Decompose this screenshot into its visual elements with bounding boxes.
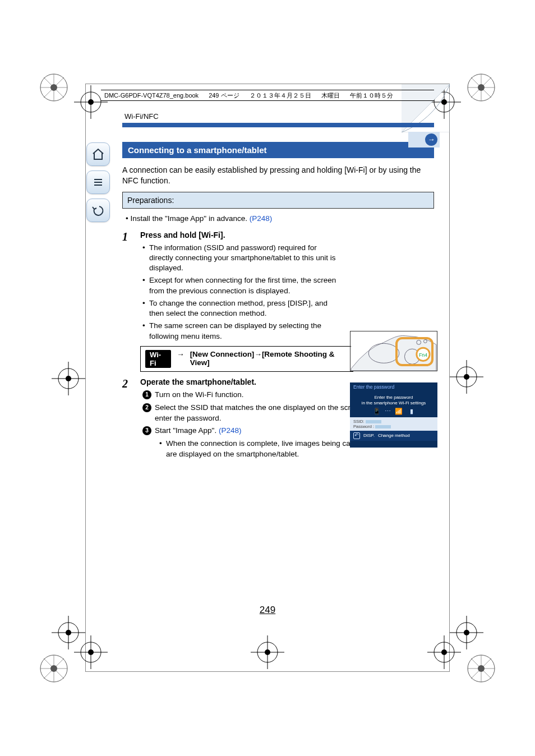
running-time: 午前１０時５分 xyxy=(350,91,393,100)
list-icon xyxy=(91,176,105,189)
item-text: Turn on the Wi-Fi function. xyxy=(155,390,244,399)
step-number: 2 xyxy=(122,377,132,462)
redacted-value xyxy=(366,420,381,423)
wifi-badge: Wi-Fi xyxy=(145,350,171,368)
section-divider xyxy=(122,123,434,127)
running-date: ２０１３年４月２５日 xyxy=(250,91,311,100)
bullet-text: The same screen can be displayed by sele… xyxy=(142,321,342,341)
circled-number-icon: 2 xyxy=(142,403,151,412)
svg-point-55 xyxy=(88,649,94,655)
page-ref-link[interactable]: (P248) xyxy=(250,214,273,223)
change-method-label: Change method xyxy=(378,433,410,439)
redacted-value xyxy=(375,425,391,428)
next-page-tab[interactable]: → xyxy=(408,132,440,147)
preparations-box: Preparations: xyxy=(122,192,434,209)
section-title: Connecting to a smartphone/tablet xyxy=(122,142,434,158)
arrow-icon: → xyxy=(254,350,262,358)
screen-titlebar: Enter the password xyxy=(350,382,437,391)
registration-mark-icon xyxy=(465,72,497,103)
step-heading: Press and hold [Wi-Fi]. xyxy=(140,231,434,239)
registration-mark-icon xyxy=(38,653,70,684)
password-label: Password : xyxy=(353,424,374,429)
menu-step: [New Connection] xyxy=(190,350,255,358)
item-text: Start "Image App". xyxy=(155,426,219,435)
svg-point-17 xyxy=(50,665,57,672)
svg-point-27 xyxy=(88,99,94,105)
registration-mark-icon xyxy=(38,72,70,103)
ssid-label: SSID: xyxy=(353,419,365,424)
bullet-text: The information (SSID and password) requ… xyxy=(142,243,342,274)
screen-icons: 📱 ⋯ 📶 ▮ xyxy=(350,408,437,417)
home-icon xyxy=(91,147,105,161)
svg-point-11 xyxy=(478,84,485,91)
running-header: DMC-G6PDF-VQT4Z78_eng.book 249 ページ ２０１３年… xyxy=(101,90,434,101)
circled-number-icon: 1 xyxy=(142,390,151,399)
svg-point-47 xyxy=(464,630,469,635)
screen-bottom-bar: ↶ DISP. Change method xyxy=(350,431,437,441)
menu-path: [New Connection]→[Remote Shooting & View… xyxy=(190,350,348,367)
svg-point-51 xyxy=(265,649,270,655)
side-navigation xyxy=(86,142,111,222)
running-day: 木曜日 xyxy=(321,91,340,100)
return-icon: ↶ xyxy=(353,432,360,439)
screen-line: in the smartphone Wi-Fi settings xyxy=(352,400,435,406)
bullet-text: Except for when connecting for the first… xyxy=(142,275,342,296)
svg-point-23 xyxy=(478,665,485,672)
arrow-right-icon: → xyxy=(425,133,437,146)
svg-point-59 xyxy=(441,649,447,655)
camera-illustration: Fn4 xyxy=(350,331,437,371)
intro-text: A connection can be easily established b… xyxy=(122,165,434,186)
svg-point-5 xyxy=(50,84,57,91)
circled-number-icon: 3 xyxy=(142,426,151,435)
crosshair-icon xyxy=(427,635,461,669)
home-button[interactable] xyxy=(86,142,110,166)
install-text: • Install the "Image App" in advance. xyxy=(126,214,250,223)
breadcrumb: Wi-Fi/NFC xyxy=(122,112,434,121)
back-arrow-icon xyxy=(91,204,105,217)
contents-button[interactable] xyxy=(86,170,110,194)
crosshair-icon xyxy=(251,635,284,669)
svg-point-35 xyxy=(66,376,71,381)
step-number: 1 xyxy=(122,231,132,372)
crosshair-icon xyxy=(74,635,108,669)
back-button[interactable] xyxy=(86,199,110,222)
wifi-menu-path: Wi-Fi → [New Connection]→[Remote Shootin… xyxy=(140,346,353,372)
screen-line: Enter the password xyxy=(352,395,435,400)
disp-label: DISP. xyxy=(363,433,375,439)
registration-mark-icon xyxy=(465,653,497,684)
crosshair-icon xyxy=(450,360,483,394)
bullet-text: To change the connection method, press [… xyxy=(142,298,342,319)
install-line: • Install the "Image App" in advance. (P… xyxy=(122,214,434,223)
screen-credentials: SSID: Password : xyxy=(350,417,437,431)
arrow-icon: → xyxy=(177,350,185,358)
svg-point-39 xyxy=(464,374,469,380)
running-file: DMC-G6PDF-VQT4Z78_eng.book xyxy=(104,92,199,99)
camera-screen-illustration: Enter the password Enter the password in… xyxy=(350,382,437,448)
page-number: 249 xyxy=(260,605,275,616)
page-ref-link[interactable]: (P248) xyxy=(219,426,242,435)
crosshair-icon xyxy=(52,362,85,395)
running-page: 249 ページ xyxy=(209,91,239,100)
svg-point-43 xyxy=(66,630,71,635)
highlight-box xyxy=(395,337,433,366)
